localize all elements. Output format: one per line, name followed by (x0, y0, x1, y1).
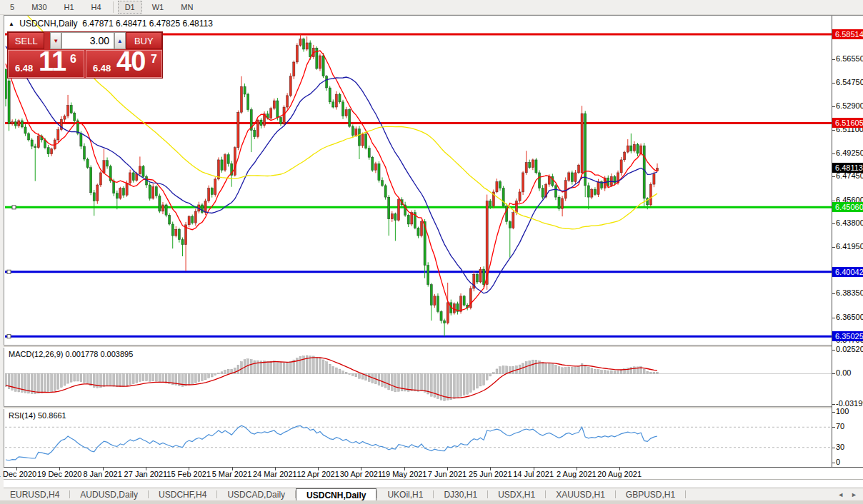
collapse-triangle-icon[interactable]: ▲ (9, 21, 14, 27)
axis-tick (832, 293, 835, 294)
tab-scroll-buttons: ◄► (837, 488, 863, 500)
axis-tick (832, 427, 835, 428)
axis-tick (832, 223, 835, 224)
rsi-tick-label: 100 (836, 407, 849, 415)
rsi-tick-label: 30 (836, 443, 844, 451)
date-label: 27 Jan 2021 (124, 470, 168, 478)
chart-tab-gbpusd-h1[interactable]: GBPUSD,H1 (616, 488, 685, 500)
date-label: 12 Apr 2021 (296, 470, 339, 478)
mt4-terminal: 5M30H1H4D1W1MN ▲ USDCNH,Daily 6.47871 6.… (0, 0, 863, 504)
date-label: 25 Jun 2021 (469, 470, 512, 478)
timeframe-button-5[interactable]: 5 (3, 1, 21, 14)
current-price-badge[interactable]: 6.48113 (832, 163, 863, 173)
rsi-label: RSI(14) 50.8661 (9, 411, 66, 420)
sell-price-prefix: 6.48 (15, 63, 33, 74)
date-label: 24 Mar 2021 (253, 470, 297, 478)
chart-tab-dj30-h1[interactable]: DJ30,H1 (434, 488, 487, 500)
chart-symbol-label: USDCNH,Daily (19, 19, 77, 29)
axis-tick (832, 318, 835, 318)
buy-price-prefix: 6.48 (93, 63, 111, 74)
sell-price-big-digits: 11 (39, 50, 66, 77)
price-axis: 6.565506.547506.529006.511006.492506.474… (832, 16, 863, 467)
horizontal-scrollbar[interactable] (4, 479, 863, 488)
sell-price-superscript: 6 (70, 53, 76, 66)
price-tick-label: 6.52900 (836, 101, 863, 110)
timeframe-button-m30[interactable]: M30 (24, 1, 54, 14)
price-tick-label: 6.43800 (836, 218, 863, 227)
chart-tab-xauusd-h1[interactable]: XAUUSD,H1 (546, 488, 615, 500)
axis-tick (832, 412, 835, 413)
panel-splitter[interactable] (4, 345, 863, 348)
price-tick-label: 6.54750 (836, 78, 863, 86)
axis-tick (832, 201, 835, 201)
tab-scroll-right-icon[interactable]: ► (851, 491, 857, 498)
level-badge-6.58514[interactable]: 6.58514 (832, 29, 863, 39)
timeframe-toolbar: 5M30H1H4D1W1MN (0, 0, 863, 15)
timeframe-button-mn[interactable]: MN (174, 1, 200, 14)
date-label: 1 Dec 2020 (0, 470, 36, 478)
chart-tab-eurusd-h4[interactable]: EURUSD,H4 (0, 488, 69, 500)
rsi-tick-label: 70 (836, 422, 844, 430)
macd-tick-label: 0.025209 (836, 345, 863, 353)
one-click-trade-panel: SELL ▼ 3.00 ▲ BUY 6.48 11 6 6.48 40 7 (7, 31, 163, 79)
date-label: 19 May 2021 (381, 470, 427, 478)
timeframe-button-h4[interactable]: H4 (84, 1, 109, 14)
axis-tick (832, 373, 835, 374)
price-tick-label: 6.41950 (836, 242, 863, 251)
chart-title: ▲ USDCNH,Daily 6.47871 6.48471 6.47825 6… (9, 19, 213, 29)
chart-tab-usdchf-h4[interactable]: USDCHF,H4 (149, 488, 216, 500)
timeframe-button-h1[interactable]: H1 (57, 1, 81, 14)
chart-tab-bar: EURUSD,H4AUDUSD,DailyUSDCHF,H4USDCAD,Dai… (0, 488, 863, 500)
date-label: 14 Jul 2021 (513, 470, 554, 478)
macd-label: MACD(12,26,9) 0.001778 0.003895 (9, 350, 133, 358)
axis-tick (832, 404, 835, 405)
date-label: 2 Aug 2021 (557, 470, 597, 478)
date-label: 15 Feb 2021 (166, 470, 211, 478)
date-label: 8 Jan 2021 (83, 470, 121, 478)
axis-tick (832, 130, 835, 131)
tab-scroll-left-icon[interactable]: ◄ (837, 491, 844, 498)
timeframe-button-w1[interactable]: W1 (145, 1, 171, 14)
axis-tick (832, 176, 835, 177)
date-label: 19 Dec 2020 (37, 470, 81, 478)
timeframe-button-d1[interactable]: D1 (118, 1, 142, 14)
chart-tab-usdx-h1[interactable]: USDX,H1 (488, 488, 545, 500)
price-tick-label: 6.36500 (836, 313, 863, 321)
level-badge-6.40042[interactable]: 6.40042 (832, 267, 863, 277)
axis-tick (832, 106, 835, 107)
chart-tab-usdcnh-daily[interactable]: USDCNH,Daily (296, 488, 376, 500)
chart-tab-audusd-daily[interactable]: AUDUSD,Daily (70, 488, 148, 500)
volume-decrease-icon[interactable]: ▼ (50, 32, 61, 49)
date-label: 20 Aug 2021 (597, 470, 642, 478)
sell-button[interactable]: SELL (8, 32, 44, 49)
date-label: 5 Mar 2021 (212, 470, 252, 478)
sell-price-display[interactable]: 6.48 11 6 (8, 50, 84, 78)
date-label: 7 Jun 2021 (428, 470, 467, 478)
volume-input[interactable]: 3.00 (61, 32, 114, 49)
axis-tick (832, 153, 835, 154)
panel-splitter[interactable] (4, 406, 863, 409)
status-strip (0, 500, 863, 504)
level-badge-6.35025[interactable]: 6.35025 (832, 331, 863, 341)
axis-tick (832, 247, 835, 248)
price-tick-label: 6.38350 (836, 288, 863, 297)
rsi-indicator-canvas[interactable] (5, 409, 832, 467)
buy-button[interactable]: BUY (126, 32, 162, 49)
chart-tab-ukoil-h1[interactable]: UKOil,H1 (377, 488, 433, 500)
level-badge-6.51605[interactable]: 6.51605 (832, 118, 863, 128)
buy-price-display[interactable]: 6.48 40 7 (86, 50, 162, 78)
date-axis: 1 Dec 202019 Dec 20208 Jan 202127 Jan 20… (4, 468, 863, 479)
rsi-tick-label: 0 (836, 458, 840, 466)
date-label: 30 Apr 2021 (340, 470, 382, 478)
chart-tab-usdcad-daily[interactable]: USDCAD,Daily (217, 488, 295, 500)
price-tick-label: 6.49250 (836, 148, 863, 157)
volume-increase-icon[interactable]: ▲ (114, 32, 126, 49)
buy-price-superscript: 7 (151, 53, 157, 66)
axis-tick (832, 59, 835, 60)
level-badge-6.45060[interactable]: 6.45060 (832, 202, 863, 212)
axis-tick (832, 350, 835, 351)
axis-tick (832, 83, 835, 84)
axis-tick (832, 448, 835, 448)
buy-price-big-digits: 40 (116, 50, 145, 77)
macd-tick-label: 0.00 (836, 368, 851, 377)
